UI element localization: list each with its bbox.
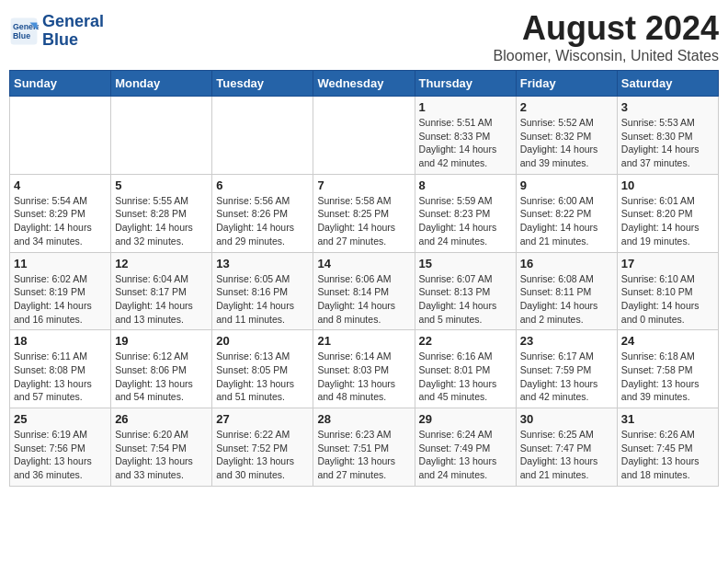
calendar-cell: 29Sunrise: 6:24 AMSunset: 7:49 PMDayligh… bbox=[415, 408, 516, 487]
week-row-5: 25Sunrise: 6:19 AMSunset: 7:56 PMDayligh… bbox=[10, 408, 719, 487]
calendar-cell: 5Sunrise: 5:55 AMSunset: 8:28 PMDaylight… bbox=[111, 174, 212, 252]
calendar-cell: 18Sunrise: 6:11 AMSunset: 8:08 PMDayligh… bbox=[10, 330, 111, 408]
weekday-header-wednesday: Wednesday bbox=[313, 71, 415, 97]
weekday-header-thursday: Thursday bbox=[415, 71, 516, 97]
calendar-cell: 16Sunrise: 6:08 AMSunset: 8:11 PMDayligh… bbox=[516, 252, 617, 330]
calendar: SundayMondayTuesdayWednesdayThursdayFrid… bbox=[9, 70, 719, 487]
calendar-cell: 28Sunrise: 6:23 AMSunset: 7:51 PMDayligh… bbox=[313, 408, 415, 487]
calendar-cell: 25Sunrise: 6:19 AMSunset: 7:56 PMDayligh… bbox=[10, 408, 111, 487]
day-number: 4 bbox=[14, 178, 107, 192]
day-info: Sunrise: 6:12 AMSunset: 8:06 PMDaylight:… bbox=[115, 350, 208, 404]
day-info: Sunrise: 6:07 AMSunset: 8:13 PMDaylight:… bbox=[419, 272, 512, 327]
day-info: Sunrise: 6:06 AMSunset: 8:14 PMDaylight:… bbox=[317, 272, 410, 327]
day-number: 22 bbox=[419, 334, 512, 348]
logo-line2: Blue bbox=[42, 30, 78, 49]
day-number: 16 bbox=[520, 257, 613, 270]
day-info: Sunrise: 5:56 AMSunset: 8:26 PMDaylight:… bbox=[216, 194, 309, 248]
day-number: 27 bbox=[216, 412, 309, 426]
calendar-cell: 3Sunrise: 5:53 AMSunset: 8:30 PMDaylight… bbox=[617, 97, 718, 175]
weekday-header-friday: Friday bbox=[516, 71, 617, 97]
day-number: 19 bbox=[115, 334, 208, 348]
day-info: Sunrise: 5:54 AMSunset: 8:29 PMDaylight:… bbox=[14, 194, 107, 248]
week-row-4: 18Sunrise: 6:11 AMSunset: 8:08 PMDayligh… bbox=[10, 330, 719, 408]
weekday-header-saturday: Saturday bbox=[617, 71, 718, 97]
day-info: Sunrise: 6:05 AMSunset: 8:16 PMDaylight:… bbox=[216, 272, 309, 327]
calendar-cell: 22Sunrise: 6:16 AMSunset: 8:01 PMDayligh… bbox=[415, 330, 516, 408]
calendar-cell: 4Sunrise: 5:54 AMSunset: 8:29 PMDaylight… bbox=[10, 174, 111, 252]
day-number: 25 bbox=[14, 412, 107, 426]
day-number: 10 bbox=[621, 178, 714, 192]
day-info: Sunrise: 6:01 AMSunset: 8:20 PMDaylight:… bbox=[621, 194, 714, 248]
calendar-cell: 1Sunrise: 5:51 AMSunset: 8:33 PMDaylight… bbox=[415, 97, 516, 175]
day-info: Sunrise: 6:11 AMSunset: 8:08 PMDaylight:… bbox=[14, 350, 107, 404]
day-number: 30 bbox=[520, 412, 613, 426]
day-number: 7 bbox=[317, 178, 410, 192]
weekday-header-tuesday: Tuesday bbox=[212, 71, 313, 97]
weekday-header-row: SundayMondayTuesdayWednesdayThursdayFrid… bbox=[10, 71, 719, 97]
calendar-cell: 13Sunrise: 6:05 AMSunset: 8:16 PMDayligh… bbox=[212, 252, 313, 330]
week-row-2: 4Sunrise: 5:54 AMSunset: 8:29 PMDaylight… bbox=[10, 174, 719, 252]
day-number: 15 bbox=[419, 257, 512, 270]
logo-text: General Blue bbox=[42, 13, 104, 50]
day-number: 28 bbox=[317, 412, 410, 426]
weekday-header-monday: Monday bbox=[111, 71, 212, 97]
calendar-cell: 26Sunrise: 6:20 AMSunset: 7:54 PMDayligh… bbox=[111, 408, 212, 487]
calendar-cell: 15Sunrise: 6:07 AMSunset: 8:13 PMDayligh… bbox=[415, 252, 516, 330]
calendar-cell: 12Sunrise: 6:04 AMSunset: 8:17 PMDayligh… bbox=[111, 252, 212, 330]
day-number: 2 bbox=[520, 100, 613, 114]
calendar-cell bbox=[313, 97, 415, 175]
day-info: Sunrise: 5:52 AMSunset: 8:32 PMDaylight:… bbox=[520, 116, 613, 170]
logo: General Blue General Blue bbox=[9, 13, 104, 50]
day-number: 9 bbox=[520, 178, 613, 192]
day-info: Sunrise: 5:51 AMSunset: 8:33 PMDaylight:… bbox=[419, 116, 512, 170]
day-info: Sunrise: 6:18 AMSunset: 7:58 PMDaylight:… bbox=[621, 350, 714, 404]
calendar-cell: 14Sunrise: 6:06 AMSunset: 8:14 PMDayligh… bbox=[313, 252, 415, 330]
day-number: 24 bbox=[621, 334, 714, 348]
weekday-header-sunday: Sunday bbox=[10, 71, 111, 97]
main-title: August 2024 bbox=[494, 9, 719, 48]
day-info: Sunrise: 5:58 AMSunset: 8:25 PMDaylight:… bbox=[317, 194, 410, 248]
calendar-cell: 30Sunrise: 6:25 AMSunset: 7:47 PMDayligh… bbox=[516, 408, 617, 487]
day-info: Sunrise: 5:55 AMSunset: 8:28 PMDaylight:… bbox=[115, 194, 208, 248]
day-number: 12 bbox=[115, 257, 208, 270]
calendar-cell: 11Sunrise: 6:02 AMSunset: 8:19 PMDayligh… bbox=[10, 252, 111, 330]
day-number: 13 bbox=[216, 257, 309, 270]
day-info: Sunrise: 6:23 AMSunset: 7:51 PMDaylight:… bbox=[317, 428, 410, 482]
calendar-cell: 27Sunrise: 6:22 AMSunset: 7:52 PMDayligh… bbox=[212, 408, 313, 487]
day-number: 29 bbox=[419, 412, 512, 426]
day-number: 5 bbox=[115, 178, 208, 192]
day-number: 1 bbox=[419, 100, 512, 114]
title-area: August 2024 Bloomer, Wisconsin, United S… bbox=[494, 9, 719, 64]
day-info: Sunrise: 6:02 AMSunset: 8:19 PMDaylight:… bbox=[14, 272, 107, 327]
day-number: 26 bbox=[115, 412, 208, 426]
day-info: Sunrise: 6:00 AMSunset: 8:22 PMDaylight:… bbox=[520, 194, 613, 248]
calendar-cell: 6Sunrise: 5:56 AMSunset: 8:26 PMDaylight… bbox=[212, 174, 313, 252]
day-number: 23 bbox=[520, 334, 613, 348]
calendar-cell: 7Sunrise: 5:58 AMSunset: 8:25 PMDaylight… bbox=[313, 174, 415, 252]
day-number: 20 bbox=[216, 334, 309, 348]
calendar-cell: 23Sunrise: 6:17 AMSunset: 7:59 PMDayligh… bbox=[516, 330, 617, 408]
subtitle: Bloomer, Wisconsin, United States bbox=[494, 48, 719, 64]
header: General Blue General Blue August 2024 Bl… bbox=[9, 9, 719, 64]
logo-line1: General bbox=[42, 12, 104, 30]
day-info: Sunrise: 5:53 AMSunset: 8:30 PMDaylight:… bbox=[621, 116, 714, 170]
day-number: 17 bbox=[621, 257, 714, 270]
day-number: 31 bbox=[621, 412, 714, 426]
day-info: Sunrise: 6:25 AMSunset: 7:47 PMDaylight:… bbox=[520, 428, 613, 482]
calendar-cell bbox=[212, 97, 313, 175]
day-number: 21 bbox=[317, 334, 410, 348]
calendar-cell bbox=[10, 97, 111, 175]
calendar-cell: 8Sunrise: 5:59 AMSunset: 8:23 PMDaylight… bbox=[415, 174, 516, 252]
day-info: Sunrise: 6:08 AMSunset: 8:11 PMDaylight:… bbox=[520, 272, 613, 327]
day-info: Sunrise: 6:13 AMSunset: 8:05 PMDaylight:… bbox=[216, 350, 309, 404]
calendar-cell: 19Sunrise: 6:12 AMSunset: 8:06 PMDayligh… bbox=[111, 330, 212, 408]
svg-text:Blue: Blue bbox=[13, 31, 30, 40]
calendar-cell: 24Sunrise: 6:18 AMSunset: 7:58 PMDayligh… bbox=[617, 330, 718, 408]
day-info: Sunrise: 6:26 AMSunset: 7:45 PMDaylight:… bbox=[621, 428, 714, 482]
calendar-cell bbox=[111, 97, 212, 175]
logo-icon: General Blue bbox=[9, 17, 39, 46]
day-info: Sunrise: 6:17 AMSunset: 7:59 PMDaylight:… bbox=[520, 350, 613, 404]
calendar-cell: 21Sunrise: 6:14 AMSunset: 8:03 PMDayligh… bbox=[313, 330, 415, 408]
week-row-3: 11Sunrise: 6:02 AMSunset: 8:19 PMDayligh… bbox=[10, 252, 719, 330]
calendar-cell: 9Sunrise: 6:00 AMSunset: 8:22 PMDaylight… bbox=[516, 174, 617, 252]
